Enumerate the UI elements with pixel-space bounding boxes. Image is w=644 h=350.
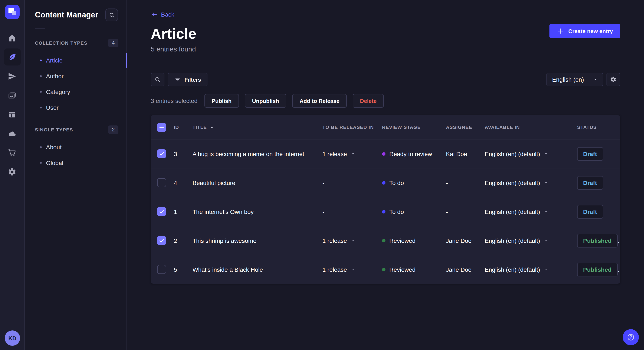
table-row[interactable]: 1 The internet's Own boy - To do - Engli… (151, 197, 620, 226)
main-nav-rail: KD (0, 0, 25, 350)
row-checkbox[interactable] (157, 178, 166, 187)
home-icon[interactable] (4, 29, 21, 46)
bullet-icon (40, 146, 42, 148)
bullet-icon (40, 107, 42, 108)
cell-release-dropdown[interactable]: 1 release (322, 150, 382, 157)
entries-count: 5 entries found (151, 45, 620, 53)
chevron-down-icon (351, 152, 355, 155)
section-label: SINGLE TYPES (35, 127, 73, 132)
user-avatar[interactable]: KD (5, 331, 20, 346)
filters-button[interactable]: Filters (168, 73, 208, 86)
create-new-entry-button[interactable]: Create new entry (550, 24, 620, 38)
sort-asc-icon (210, 125, 214, 129)
column-header-released: TO BE RELEASED IN (322, 125, 382, 130)
cell-locale-dropdown[interactable]: English (en) (default) (485, 266, 577, 273)
cell-title: This shrimp is awesome (192, 237, 322, 244)
settings-gear-icon[interactable] (4, 163, 21, 180)
marketplace-cart-icon[interactable] (4, 144, 21, 161)
chevron-down-icon (544, 268, 548, 271)
cell-locale-dropdown[interactable]: English (en) (default) (485, 208, 577, 215)
row-checkbox[interactable] (157, 207, 166, 216)
sidebar-item-user[interactable]: User (25, 100, 126, 115)
cell-release-dropdown[interactable]: 1 release (322, 266, 382, 273)
cell-assignee: Kai Doe (446, 150, 485, 157)
stage-dot (382, 181, 386, 184)
sidebar-item-category[interactable]: Category (25, 84, 126, 100)
stage-dot (382, 210, 386, 213)
content-manager-icon[interactable] (4, 48, 21, 65)
releases-icon[interactable] (4, 68, 21, 85)
cell-review-stage: Reviewed (382, 266, 446, 273)
strapi-logo[interactable] (5, 5, 20, 19)
table-row[interactable]: 5 What's inside a Black Hole 1 release R… (151, 255, 620, 284)
strapi-logo-icon (5, 5, 20, 19)
chevron-down-icon (544, 152, 548, 155)
collection-types-section: COLLECTION TYPES 4 Article Author Catego… (25, 39, 126, 115)
bullet-icon (40, 75, 42, 77)
chevron-down-icon (593, 78, 598, 81)
row-checkbox[interactable] (157, 149, 166, 158)
stage-dot (382, 152, 386, 156)
sidebar-item-label: User (46, 104, 58, 111)
help-button[interactable] (623, 329, 639, 345)
cell-title: Beautiful picture (192, 179, 322, 186)
table-row[interactable]: 3 A bug is becoming a meme on the intern… (151, 139, 620, 168)
select-all-checkbox[interactable] (157, 123, 166, 132)
media-library-icon[interactable] (4, 87, 21, 104)
sidebar-item-label: Author (46, 72, 64, 79)
column-header-stage: REVIEW STAGE (382, 125, 446, 130)
locale-select[interactable]: English (en) (547, 73, 603, 86)
check-icon (159, 238, 164, 243)
cell-release-dropdown[interactable]: - (322, 208, 382, 215)
check-icon (159, 209, 164, 214)
sidebar-item-author[interactable]: Author (25, 68, 126, 84)
content-type-builder-icon[interactable] (4, 106, 21, 123)
cell-locale-dropdown[interactable]: English (en) (default) (485, 237, 577, 244)
toolbar: Filters English (en) (151, 73, 620, 86)
entries-table: ID TITLE TO BE RELEASED IN REVIEW STAGE … (151, 115, 620, 284)
single-types-section: SINGLE TYPES 2 About Global (25, 126, 126, 171)
row-checkbox[interactable] (157, 236, 166, 245)
bullet-icon (40, 91, 42, 93)
subnav-search-button[interactable] (105, 8, 118, 21)
cell-locale-dropdown[interactable]: English (en) (default) (485, 150, 577, 157)
cell-review-stage: Ready to review (382, 150, 446, 157)
sidebar-item-global[interactable]: Global (25, 155, 126, 171)
table-row[interactable]: 2 This shrimp is awesome 1 release Revie… (151, 226, 620, 255)
section-label: COLLECTION TYPES (35, 40, 88, 45)
cell-locale-dropdown[interactable]: English (en) (default) (485, 179, 577, 186)
section-count-badge: 2 (108, 126, 118, 134)
deploy-cloud-icon[interactable] (4, 125, 21, 142)
cell-assignee: - (446, 208, 485, 215)
section-count-badge: 4 (108, 39, 118, 47)
unpublish-button[interactable]: Unpublish (245, 94, 286, 108)
column-header-title[interactable]: TITLE (192, 125, 322, 130)
publish-button[interactable]: Publish (204, 94, 239, 108)
cell-title: What's inside a Black Hole (192, 266, 322, 273)
chevron-down-icon (351, 239, 355, 242)
sidebar-item-label: Category (46, 88, 70, 95)
status-badge: Published (577, 234, 618, 247)
status-badge: Draft (577, 176, 603, 189)
cell-review-stage: Reviewed (382, 237, 446, 244)
cell-id: 2 (174, 237, 192, 244)
cell-release-dropdown[interactable]: 1 release (322, 237, 382, 244)
bullet-icon (40, 59, 42, 61)
table-row[interactable]: 4 Beautiful picture - To do - English (e… (151, 168, 620, 197)
selection-count: 3 entries selected (151, 97, 198, 104)
gear-icon (610, 76, 617, 83)
sidebar-item-article[interactable]: Article (25, 52, 126, 68)
view-settings-button[interactable] (606, 73, 620, 86)
table-header-row: ID TITLE TO BE RELEASED IN REVIEW STAGE … (151, 115, 620, 139)
search-button[interactable] (151, 73, 164, 86)
cell-assignee: - (446, 179, 485, 186)
cell-assignee: Jane Doe (446, 237, 485, 244)
delete-button[interactable]: Delete (353, 94, 384, 108)
search-icon (108, 12, 115, 18)
row-checkbox[interactable] (157, 265, 166, 274)
back-link[interactable]: Back (151, 11, 174, 18)
sidebar-item-about[interactable]: About (25, 139, 126, 155)
column-header-id: ID (174, 125, 192, 130)
cell-release-dropdown[interactable]: - (322, 179, 382, 186)
add-to-release-button[interactable]: Add to Release (292, 94, 347, 108)
